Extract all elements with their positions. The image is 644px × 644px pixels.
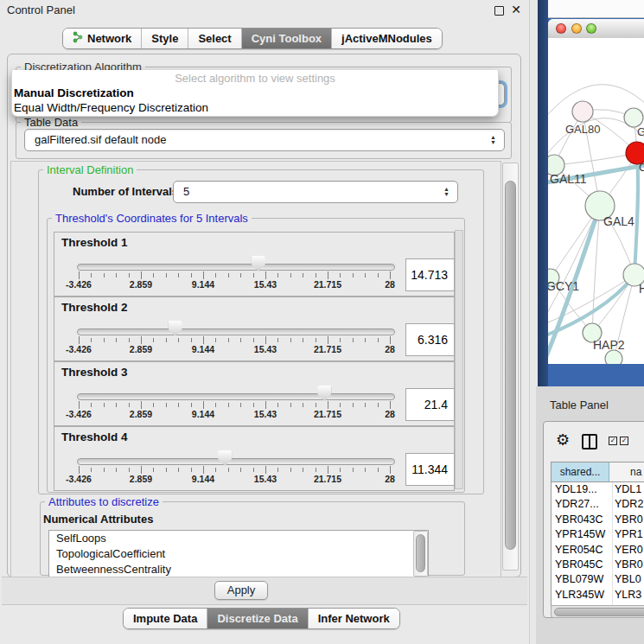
thresholds-scrollbar[interactable] [455, 230, 463, 489]
table-horizontal-scrollbar[interactable] [551, 605, 644, 618]
attribute-list-item[interactable]: SelfLoops [49, 531, 428, 546]
slider-tick-label: 28 [385, 474, 395, 484]
cell-name[interactable]: YDL1 [613, 482, 644, 497]
tab-jactivemnodules[interactable]: jActiveMNodules [331, 29, 442, 48]
numerical-attributes-list[interactable]: SelfLoopsTopologicalCoefficientBetweenne… [48, 530, 429, 577]
slider-tick [116, 338, 117, 342]
cell-shared-name[interactable]: YDL19... [552, 482, 613, 497]
node-gal80[interactable] [572, 101, 593, 122]
apply-button[interactable]: Apply [214, 581, 268, 600]
threshold-panel-3: Threshold 3-3.4262.8599.14415.4321.71528… [54, 361, 455, 426]
algorithm-popup-item-manual[interactable]: Manual Discretization [12, 86, 498, 101]
slider-track[interactable] [77, 328, 395, 335]
node-label-partial: C [639, 161, 644, 174]
tab-cyni-toolbox[interactable]: Cyni Toolbox [241, 29, 331, 48]
slider-tick [316, 338, 316, 342]
num-intervals-combo[interactable]: 5 ▲▼ [173, 181, 458, 203]
gear-icon[interactable]: ⚙ [556, 430, 570, 449]
cell-shared-name[interactable]: YLR345W [552, 588, 613, 603]
cell-shared-name[interactable]: YDR27... [552, 497, 613, 512]
slider-tick [153, 403, 154, 407]
table-hscrollbar-thumb[interactable] [554, 608, 644, 616]
cell-name[interactable]: YBR0 [613, 513, 644, 527]
tab-select[interactable]: Select [188, 29, 240, 48]
minimize-traffic-light-icon[interactable] [571, 23, 582, 34]
slider-track[interactable] [77, 393, 395, 400]
slider-tick [253, 273, 254, 277]
network-canvas[interactable]: GAL80 GAL11 GAL4 GCY1 HAP2 G C H [548, 38, 644, 364]
slider-tick [79, 336, 80, 344]
node-top-right[interactable] [624, 108, 643, 127]
attributes-scrollbar-thumb[interactable] [416, 534, 425, 572]
node-bottom-partial[interactable] [605, 350, 622, 364]
cell-name[interactable]: YBL0 [613, 572, 644, 587]
tab-label: Select [198, 32, 231, 45]
column-header-shared-name[interactable]: shared... [552, 462, 609, 481]
tab-style[interactable]: Style [141, 29, 188, 48]
table-row[interactable]: YBR043CYBR0 [552, 513, 644, 527]
checkbox-icon[interactable]: ✓ [609, 437, 617, 445]
cell-shared-name[interactable]: YBR045C [552, 558, 613, 572]
network-icon [73, 31, 83, 46]
settings-vertical-scrollbar[interactable] [502, 163, 519, 571]
threshold-value-field[interactable]: 11.344 [405, 453, 455, 486]
network-nodes[interactable] [548, 101, 644, 364]
tab-network[interactable]: Network [63, 29, 141, 48]
cell-name[interactable]: YBR0 [613, 558, 644, 572]
table-row[interactable]: YDL19...YDL1 [552, 482, 644, 497]
cell-shared-name[interactable]: YER054C [552, 543, 613, 558]
tab-label: jActiveMNodules [341, 32, 432, 45]
table-row[interactable]: YBR045CYBR0 [552, 558, 644, 572]
table-data-combo[interactable]: galFiltered.sif default node ▲▼ [24, 129, 505, 151]
columns-icon[interactable] [582, 434, 597, 450]
slider-track[interactable] [77, 264, 395, 271]
zoom-traffic-light-icon[interactable] [586, 23, 596, 34]
attributes-list-scrollbar[interactable] [413, 531, 428, 577]
bottom-tab-infer-network[interactable]: Infer Network [308, 609, 399, 628]
bottom-tab-label: Infer Network [318, 612, 390, 625]
threshold-value-field[interactable]: 6.316 [405, 323, 455, 356]
attribute-list-item[interactable]: BetweennessCentrality [49, 562, 428, 577]
threshold-value-field[interactable]: 21.4 [405, 388, 455, 421]
table-row[interactable]: YER054CYER0 [552, 543, 644, 558]
attribute-list-item[interactable]: TopologicalCoefficient [49, 546, 428, 562]
slider-tick [129, 468, 130, 472]
bottom-tab-impute-data[interactable]: Impute Data [124, 609, 207, 628]
slider-track[interactable] [77, 458, 395, 465]
cell-shared-name[interactable]: YPR145W [552, 527, 613, 542]
slider-tick-label: 15.43 [254, 279, 277, 290]
settings-scrollbar-thumb[interactable] [505, 181, 516, 550]
cell-name[interactable]: YLR3 [613, 588, 644, 603]
table-row[interactable]: YLR345WYLR3 [552, 588, 644, 603]
checkbox-icon[interactable]: ✓ [620, 437, 628, 445]
slider-tick [277, 468, 278, 472]
slider-tick [378, 338, 379, 342]
cell-shared-name[interactable]: YBR043C [552, 513, 613, 527]
cell-shared-name[interactable]: YBL079W [552, 572, 613, 587]
cell-name[interactable]: YDR2 [613, 497, 644, 512]
close-traffic-light-icon[interactable] [556, 23, 566, 34]
float-window-icon[interactable] [494, 6, 504, 16]
algorithm-popup-item-equal-width[interactable]: Equal Width/Frequency Discretization [12, 101, 498, 116]
slider-tick [215, 468, 216, 472]
table-row[interactable]: YDR27...YDR2 [552, 497, 644, 512]
table-row[interactable]: YPR145WYPR1 [552, 527, 644, 542]
close-icon[interactable]: ✕ [511, 3, 521, 16]
table-body[interactable]: YDL19...YDL1YDR27...YDR2YBR043CYBR0YPR14… [551, 481, 644, 607]
top-tab-bar: NetworkStyleSelectCyni ToolboxjActiveMNo… [62, 28, 443, 49]
cell-name[interactable]: YPR1 [613, 527, 644, 542]
combo-stepper-icon: ▲▼ [443, 182, 450, 202]
bottom-tab-discretize-data[interactable]: Discretize Data [207, 609, 307, 628]
node-table: shared... na YDL19...YDL1YDR27...YDR2YBR… [551, 462, 644, 607]
table-row[interactable]: YBL079WYBL0 [552, 572, 644, 587]
cell-name[interactable]: YER0 [613, 543, 644, 558]
slider-tick [340, 273, 341, 277]
algorithm-popup-placeholder: Select algorithm to view settings [12, 70, 498, 86]
column-header-name[interactable]: na [609, 462, 644, 481]
num-intervals-value: 5 [183, 185, 189, 198]
network-window-titlebar[interactable] [548, 19, 644, 39]
threshold-value-field[interactable]: 14.713 [405, 258, 455, 291]
threshold-panel-1: Threshold 1-3.4262.8599.14415.4321.71528… [54, 232, 455, 296]
slider-tick [328, 466, 328, 474]
slider-tick [228, 403, 229, 407]
